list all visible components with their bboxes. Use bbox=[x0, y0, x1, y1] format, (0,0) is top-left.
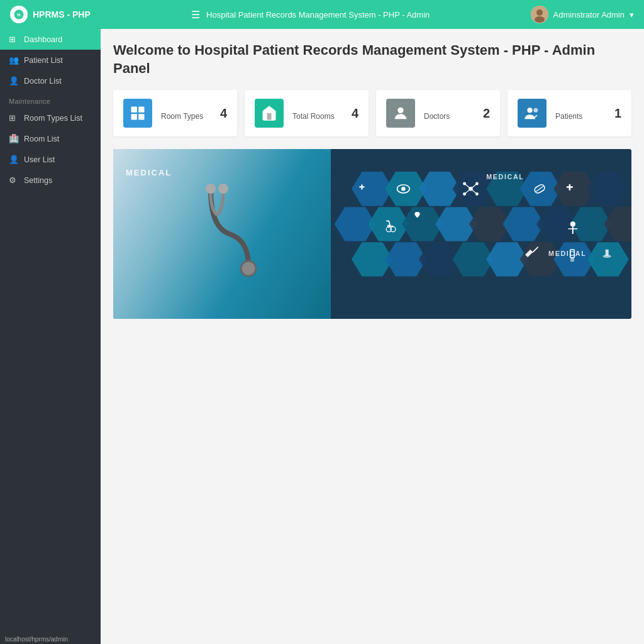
patients-stat-icon bbox=[518, 99, 547, 128]
sidebar-label-patient-list: Patient List bbox=[24, 56, 63, 65]
doctors-label: Doctors bbox=[424, 112, 450, 121]
admin-menu[interactable]: Adminstrator Admin ▾ bbox=[531, 6, 634, 23]
svg-point-15 bbox=[218, 184, 228, 194]
sidebar-item-room-list[interactable]: 🏥 Room List bbox=[0, 128, 101, 149]
stat-card-room-types[interactable]: Room Types 4 bbox=[113, 90, 237, 136]
sidebar-item-dashboard[interactable]: ⊞ Dashboard bbox=[0, 29, 101, 50]
patients-stat-content: Patients 1 bbox=[555, 106, 621, 121]
total-rooms-stat-icon bbox=[255, 99, 284, 128]
stats-row: Room Types 4 Total Rooms 4 bbox=[113, 90, 631, 136]
patient-list-icon: 👥 bbox=[9, 55, 19, 65]
doctor-list-icon: 👤 bbox=[9, 76, 19, 86]
medical-label-left: MEDICAL bbox=[126, 168, 172, 177]
stat-card-doctors[interactable]: Doctors 2 bbox=[376, 90, 500, 136]
svg-point-10 bbox=[397, 108, 403, 113]
svg-rect-8 bbox=[138, 114, 144, 119]
room-types-value: 4 bbox=[220, 106, 227, 121]
room-types-label: Room Types bbox=[161, 112, 203, 121]
room-types-stat-icon bbox=[123, 99, 152, 128]
svg-point-11 bbox=[527, 108, 532, 113]
patients-label: Patients bbox=[555, 112, 582, 121]
sidebar-label-settings: Settings bbox=[24, 176, 52, 185]
room-types-stat-content: Room Types 4 bbox=[161, 106, 227, 121]
svg-point-12 bbox=[533, 108, 538, 113]
sidebar-item-patient-list[interactable]: 👥 Patient List bbox=[0, 50, 101, 70]
room-list-icon: 🏥 bbox=[9, 134, 19, 143]
svg-point-58 bbox=[570, 221, 575, 226]
doctors-stat-icon bbox=[386, 99, 415, 128]
svg-text:MEDICAL: MEDICAL bbox=[486, 174, 524, 181]
banner-inner: MEDICAL bbox=[113, 149, 631, 319]
brand: H HPRMS - PHP bbox=[10, 6, 91, 23]
svg-rect-44 bbox=[362, 184, 363, 189]
svg-point-3 bbox=[536, 9, 543, 16]
sidebar-label-room-list: Room List bbox=[24, 135, 59, 143]
svg-rect-57 bbox=[569, 184, 570, 191]
user-list-icon: 👤 bbox=[9, 155, 19, 164]
svg-text:MEDICAL: MEDICAL bbox=[548, 250, 586, 258]
svg-point-69 bbox=[603, 255, 611, 258]
svg-rect-5 bbox=[131, 107, 137, 113]
avatar bbox=[531, 6, 548, 23]
patients-value: 1 bbox=[614, 106, 621, 121]
doctors-stat-content: Doctors 2 bbox=[424, 106, 490, 121]
svg-point-4 bbox=[535, 16, 545, 23]
svg-point-67 bbox=[570, 258, 575, 262]
brand-name: HPRMS - PHP bbox=[33, 9, 91, 19]
sidebar-item-settings[interactable]: ⚙ Settings bbox=[0, 170, 101, 191]
dashboard-icon: ⊞ bbox=[9, 35, 19, 44]
page-title: Welcome to Hospital Patient Records Mana… bbox=[113, 42, 631, 77]
sidebar-label-doctor-list: Doctor List bbox=[24, 77, 62, 86]
sidebar-label-user-list: User List bbox=[24, 155, 55, 164]
brand-icon: H bbox=[10, 6, 28, 23]
navbar-title: Hospital Patient Records Management Syst… bbox=[206, 10, 430, 19]
svg-marker-32 bbox=[604, 207, 631, 241]
total-rooms-value: 4 bbox=[352, 106, 358, 121]
room-types-icon: ⊞ bbox=[9, 113, 19, 123]
svg-point-13 bbox=[241, 261, 256, 276]
stat-card-total-rooms[interactable]: Total Rooms 4 bbox=[245, 90, 369, 136]
svg-rect-7 bbox=[131, 114, 137, 119]
navbar-center: ☰ Hospital Patient Records Management Sy… bbox=[191, 9, 430, 21]
svg-marker-23 bbox=[587, 172, 629, 206]
svg-rect-6 bbox=[138, 107, 144, 113]
admin-name: Adminstrator Admin bbox=[553, 10, 625, 19]
status-url: localhost/hprms/admin bbox=[5, 636, 68, 643]
svg-text:H: H bbox=[17, 12, 20, 18]
banner-right: MEDICAL MEDICAL bbox=[331, 149, 631, 319]
sidebar-label-room-types: Room Types List bbox=[24, 114, 82, 123]
total-rooms-stat-content: Total Rooms 4 bbox=[292, 106, 358, 121]
settings-icon: ⚙ bbox=[9, 175, 19, 185]
sidebar-item-room-types-list[interactable]: ⊞ Room Types List bbox=[0, 108, 101, 128]
doctors-value: 2 bbox=[483, 106, 490, 121]
banner: MEDICAL bbox=[113, 149, 631, 319]
sidebar-label-dashboard: Dashboard bbox=[24, 35, 62, 44]
stat-card-patients[interactable]: Patients 1 bbox=[508, 90, 631, 136]
total-rooms-label: Total Rooms bbox=[292, 112, 335, 121]
sidebar: ⊞ Dashboard 👥 Patient List 👤 Doctor List… bbox=[0, 29, 101, 644]
banner-left: MEDICAL bbox=[113, 149, 347, 319]
status-bar: localhost/hprms/admin bbox=[0, 635, 73, 644]
svg-marker-40 bbox=[587, 242, 629, 276]
dropdown-icon: ▾ bbox=[630, 10, 634, 19]
sidebar-item-doctor-list[interactable]: 👤 Doctor List bbox=[0, 70, 101, 91]
maintenance-section-label: Maintenance bbox=[0, 91, 101, 108]
svg-rect-9 bbox=[267, 113, 272, 120]
hamburger-icon[interactable]: ☰ bbox=[191, 9, 200, 21]
svg-point-14 bbox=[206, 184, 216, 194]
sidebar-item-user-list[interactable]: 👤 User List bbox=[0, 149, 101, 170]
main-content: Welcome to Hospital Patient Records Mana… bbox=[101, 29, 644, 644]
svg-point-42 bbox=[401, 187, 406, 191]
top-navbar: H HPRMS - PHP ☰ Hospital Patient Records… bbox=[0, 0, 644, 29]
